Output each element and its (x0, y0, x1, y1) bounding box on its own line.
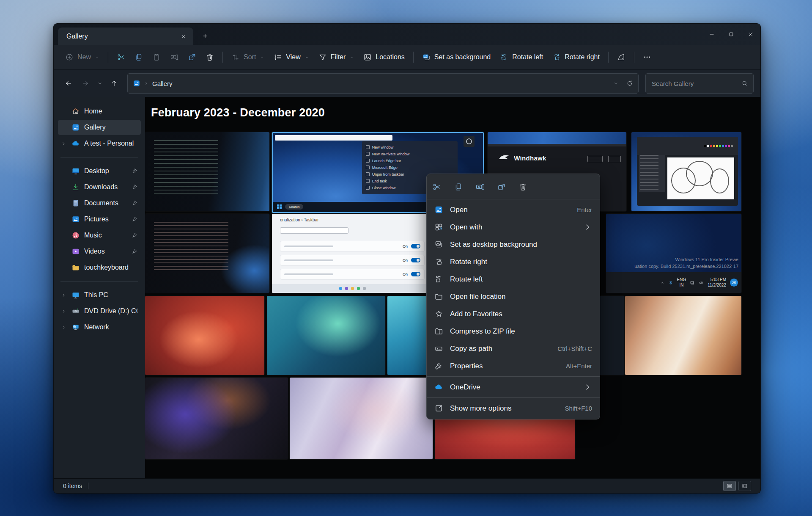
sidebar-item-label: Desktop (84, 167, 109, 175)
jumplist-bullet (366, 186, 370, 190)
toolbar-button-view[interactable]: View (269, 49, 313, 65)
toolbar-button-cut[interactable] (112, 49, 130, 65)
new-tab-button[interactable] (198, 29, 212, 43)
tab-close-button[interactable] (178, 31, 189, 42)
photo-thumbnail-terminal[interactable] (145, 214, 269, 293)
photo-thumbnail-desktop-dark[interactable] (145, 132, 269, 211)
toolbar-button-set-as-background[interactable]: Set as background (417, 49, 495, 65)
back-button[interactable] (60, 75, 77, 91)
thumbnail-detail (275, 135, 392, 141)
expander-chevron[interactable] (60, 323, 67, 331)
address-dropdown-icon[interactable] (613, 81, 618, 86)
close-button[interactable] (741, 24, 760, 45)
address-bar[interactable]: Gallery (127, 73, 639, 94)
toolbar-button-delete[interactable] (201, 49, 219, 65)
quick-action-delete[interactable] (518, 182, 527, 191)
image-color-icon (422, 53, 431, 61)
context-menu-item-add-to-favorites[interactable]: Add to Favorites (427, 305, 600, 323)
sidebar-item-desktop[interactable]: Desktop (58, 163, 141, 179)
tab-gallery[interactable]: Gallery (58, 28, 193, 45)
context-menu-item-compress-to-zip[interactable]: Compress to ZIP file (427, 323, 600, 340)
cloud-icon (71, 139, 80, 148)
photo-thumbnail-paint[interactable] (631, 132, 741, 211)
toolbar-button-rotate-left[interactable]: Rotate left (495, 49, 548, 65)
toolbar-button-paste[interactable] (148, 49, 165, 65)
photo-thumbnail-purple-silk[interactable] (145, 378, 288, 459)
quick-action-cut[interactable] (432, 182, 441, 191)
expander-spacer (60, 124, 67, 131)
photo-thumbnail-lavender-silk[interactable] (290, 378, 433, 459)
toolbar-label: Locations (376, 53, 405, 61)
context-menu-item-copy-as-path[interactable]: Copy as pathCtrl+Shift+C (427, 340, 600, 357)
up-button[interactable] (106, 75, 122, 91)
sidebar-item-downloads[interactable]: Downloads (58, 179, 141, 195)
breadcrumb[interactable]: Gallery (152, 80, 173, 87)
arrow-left-icon (65, 80, 72, 87)
toolbar-button-phone-link[interactable] (612, 49, 630, 65)
context-menu-item-rotate-right[interactable]: Rotate right (427, 253, 600, 270)
context-menu-item-rotate-left[interactable]: Rotate left (427, 270, 600, 288)
sidebar-item-home[interactable]: Home (58, 104, 141, 119)
jumplist-bullet (366, 152, 370, 156)
forward-button[interactable] (77, 75, 93, 91)
quick-action-rename[interactable] (475, 182, 484, 191)
download-green-icon (71, 183, 80, 191)
toolbar-button-rotate-right[interactable]: Rotate right (548, 49, 604, 65)
toolbar-button-copy[interactable] (130, 49, 148, 65)
sidebar-item-network[interactable]: Network (58, 320, 141, 335)
pin-icon (132, 168, 137, 174)
search-input[interactable] (651, 80, 738, 88)
sidebar-item-videos[interactable]: Videos (58, 244, 141, 259)
sidebar-item-gallery[interactable]: Gallery (58, 120, 141, 135)
context-menu-item-properties[interactable]: PropertiesAlt+Enter (427, 357, 600, 375)
context-menu-item-onedrive[interactable]: OneDrive (427, 378, 600, 396)
context-menu-item-open[interactable]: OpenEnter (427, 201, 600, 218)
context-menu-item-label: Show more options (450, 404, 512, 413)
photo-thumbnail-red-abstract[interactable] (145, 296, 264, 375)
toolbar-button-share[interactable] (183, 49, 201, 65)
expander-chevron[interactable] (60, 307, 67, 315)
toolbar-button-see-more[interactable] (638, 49, 656, 65)
toggle-state-label: On (403, 244, 408, 248)
toolbar-button-sort[interactable]: Sort (227, 49, 269, 65)
photo-thumbnail-insider-desktop[interactable]: Windows 11 Pro Insider Previe uation cop… (606, 214, 741, 293)
large-thumbnails-view-button[interactable] (738, 481, 751, 491)
sidebar-item-dvd-drive[interactable]: DVD Drive (D:) CCC (58, 304, 141, 319)
context-menu-item-label: Rotate left (450, 275, 483, 284)
quick-action-share[interactable] (497, 182, 506, 191)
sidebar-item-pictures[interactable]: Pictures (58, 212, 141, 227)
context-menu-item-set-as-desktop-background[interactable]: Set as desktop background (427, 236, 600, 253)
phone-link-icon (617, 53, 625, 61)
toolbar-button-rename[interactable] (165, 49, 183, 65)
photo-thumbnail-dunes-abstract[interactable] (625, 296, 741, 375)
photo-thumbnail-settings[interactable]: onalization › Taskbar OnOnOn (272, 214, 433, 293)
desktop-bg-icon (434, 240, 443, 249)
sidebar-item-touchkeyboard[interactable]: touchkeyboard (58, 260, 141, 275)
recent-locations-button[interactable] (94, 75, 105, 91)
context-menu-item-open-file-location[interactable]: Open file location (427, 288, 600, 305)
sidebar-item-a-test-personal[interactable]: A test - Personal (58, 136, 141, 151)
sidebar-item-documents[interactable]: Documents (58, 196, 141, 211)
jumplist-text: End task (372, 179, 387, 183)
maximize-button[interactable] (721, 24, 741, 45)
expander-chevron[interactable] (60, 140, 67, 147)
quick-action-copy[interactable] (454, 182, 463, 191)
minimize-button[interactable] (702, 24, 721, 45)
sidebar-item-this-pc[interactable]: This PC (58, 287, 141, 303)
gear-icon (464, 136, 475, 147)
context-menu-item-show-more-options[interactable]: Show more optionsShift+F10 (427, 400, 600, 417)
address-row: Gallery (54, 70, 760, 97)
details-view-button[interactable] (723, 481, 736, 491)
expander-chevron[interactable] (60, 291, 67, 299)
context-menu-item-open-with[interactable]: Open with (427, 218, 600, 236)
toolbar-button-locations[interactable]: Locations (359, 49, 409, 65)
toolbar-button-filter[interactable]: Filter (314, 49, 359, 65)
photo-thumbnail-teal-abstract[interactable] (267, 296, 385, 375)
refresh-icon[interactable] (626, 80, 633, 87)
status-divider (88, 483, 88, 489)
sidebar-item-music[interactable]: Music (58, 228, 141, 243)
settings-toggle-row: On (280, 241, 425, 252)
context-menu-item-label: Open file location (450, 292, 505, 301)
jumplist-bullet (366, 166, 370, 169)
toolbar-button-new[interactable]: New (60, 49, 104, 65)
